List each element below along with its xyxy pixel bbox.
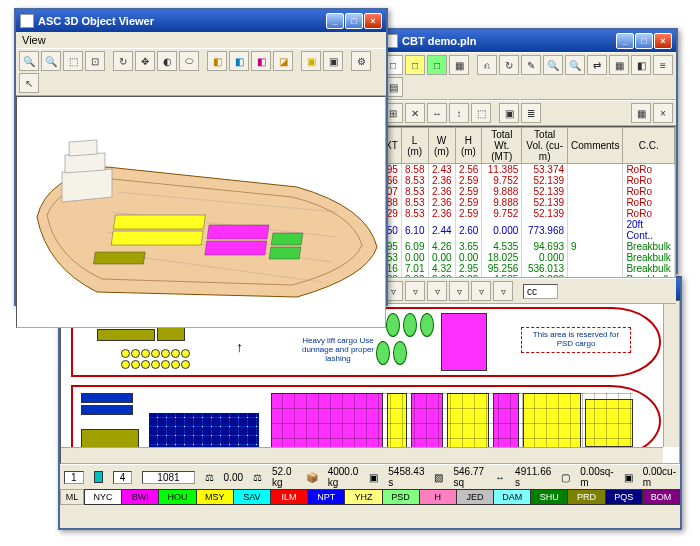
ml-label[interactable]: ML (60, 489, 84, 505)
close-button[interactable]: × (654, 33, 672, 49)
cube-icon[interactable]: ◧ (229, 51, 249, 71)
column-header[interactable]: C.C. (623, 128, 675, 164)
tool-icon[interactable]: ⬚ (471, 103, 491, 123)
table-row[interactable]: 506.102.442.600.000773.96820ft Cont.. (382, 219, 675, 241)
scrollbar-vertical[interactable] (663, 301, 679, 447)
filter-icon[interactable]: ▿ (427, 281, 447, 301)
port-tab[interactable]: PSD (383, 489, 420, 505)
menu-view[interactable]: View (22, 34, 46, 46)
zoom-in-icon[interactable]: 🔍 (19, 51, 39, 71)
status-value: 4000.0 kg (328, 466, 360, 488)
zoom-extent-icon[interactable]: ⊡ (85, 51, 105, 71)
maximize-button[interactable]: □ (345, 13, 363, 29)
pan-icon[interactable]: ✥ (135, 51, 155, 71)
arrow-icon[interactable]: ↕ (449, 103, 469, 123)
tool-icon[interactable]: ≣ (521, 103, 541, 123)
column-header[interactable]: Comments (568, 128, 623, 164)
table-row[interactable]: 298.532.362.599.75252.139RoRo (382, 208, 675, 219)
table-row[interactable]: 888.532.362.599.88852.139RoRo (382, 197, 675, 208)
table-row[interactable]: 078.532.362.599.88852.139RoRo (382, 186, 675, 197)
tool-icon[interactable]: □ (427, 55, 447, 75)
tool-icon[interactable]: ▦ (449, 55, 469, 75)
port-tab[interactable]: ILM (271, 489, 308, 505)
zoom-out-icon[interactable]: 🔍 (565, 55, 585, 75)
table-row[interactable]: 958.582.432.5611.38553.374RoRo (382, 164, 675, 176)
column-header[interactable]: Total Wt. (MT) (482, 128, 522, 164)
viewer-canvas[interactable] (16, 96, 386, 328)
tool-icon[interactable]: ✎ (521, 55, 541, 75)
minimize-button[interactable]: _ (616, 33, 634, 49)
port-tab[interactable]: BOM (643, 489, 680, 505)
filter-icon[interactable]: ▿ (471, 281, 491, 301)
column-header[interactable]: Total Vol. (cu-m) (522, 128, 568, 164)
zoom-in-icon[interactable]: 🔍 (543, 55, 563, 75)
port-tab[interactable]: BWI (122, 489, 159, 505)
shaded-icon[interactable]: ▣ (323, 51, 343, 71)
port-tab[interactable]: DAM (494, 489, 531, 505)
port-tab[interactable]: PRD (568, 489, 605, 505)
tool-icon[interactable]: □ (405, 55, 425, 75)
color-swatch (94, 471, 103, 483)
filter-icon[interactable]: ▿ (493, 281, 513, 301)
table-row[interactable]: 956.094.263.654.53594.6939Breakbulk (382, 241, 675, 252)
link-icon[interactable]: ⎌ (477, 55, 497, 75)
data-window: CBT demo.pln _ □ × □ □ □ ▦ ⎌ ↻ ✎ 🔍 🔍 ⇄ ▦… (378, 28, 678, 274)
filter-icon[interactable]: ▿ (405, 281, 425, 301)
maximize-button[interactable]: □ (635, 33, 653, 49)
status-value: 5458.43 s (388, 466, 424, 488)
cube-icon[interactable]: ◪ (273, 51, 293, 71)
pointer-icon[interactable]: ↖ (19, 73, 39, 93)
port-tab[interactable]: H (420, 489, 457, 505)
data-titlebar[interactable]: CBT demo.pln _ □ × (380, 30, 676, 52)
status-value: 546.77 sq (453, 466, 485, 488)
cube-icon[interactable]: ◧ (207, 51, 227, 71)
tool-icon[interactable]: ⇄ (587, 55, 607, 75)
column-header[interactable]: L (m) (401, 128, 428, 164)
arrow-icon[interactable]: ↔ (427, 103, 447, 123)
filter-cc[interactable]: cc (523, 284, 558, 299)
plan-statusbar: 1 4 1081 ⚖0.00 ⚖52.0 kg 📦4000.0 kg ▣5458… (60, 464, 680, 489)
refresh-icon[interactable]: ↻ (499, 55, 519, 75)
port-tab[interactable]: MSY (197, 489, 234, 505)
port-tab[interactable]: PQS (606, 489, 643, 505)
wireframe-icon[interactable]: ▣ (301, 51, 321, 71)
app-icon (20, 14, 34, 28)
close-button[interactable]: × (364, 13, 382, 29)
status-field[interactable]: 1081 (142, 471, 194, 484)
tool-icon[interactable]: ◐ (157, 51, 177, 71)
port-tab[interactable]: SAV (234, 489, 271, 505)
status-field: 4 (113, 471, 133, 484)
viewer-titlebar[interactable]: ASC 3D Object Viewer _ □ × (16, 10, 386, 32)
tool-icon[interactable]: ◧ (631, 55, 651, 75)
scrollbar-horizontal[interactable] (61, 447, 663, 463)
settings-icon[interactable]: ⚙ (351, 51, 371, 71)
port-tab[interactable]: NPT (308, 489, 345, 505)
table-row[interactable]: 668.532.362.599.75252.139RoRo (382, 175, 675, 186)
table-row[interactable]: 530.000.000.0018.0250.000Breakbulk (382, 252, 675, 263)
table-row[interactable]: 167.014.322.9595.256536.013Breakbulk (382, 263, 675, 274)
filter-icon[interactable]: ▿ (449, 281, 469, 301)
tool-icon[interactable]: ▣ (499, 103, 519, 123)
area-icon: ▣ (369, 472, 378, 483)
panel-close-button[interactable]: × (653, 103, 673, 123)
port-tab[interactable]: HOU (159, 489, 196, 505)
cube-icon[interactable]: ◧ (251, 51, 271, 71)
tool-icon[interactable]: ✕ (405, 103, 425, 123)
port-tab[interactable]: SHU (531, 489, 568, 505)
zoom-out-icon[interactable]: 🔍 (41, 51, 61, 71)
status-value: 0.00 (224, 472, 243, 483)
column-header[interactable]: W (m) (428, 128, 455, 164)
tool-icon[interactable]: ≡ (653, 55, 673, 75)
port-tab[interactable]: JED (457, 489, 494, 505)
minimize-button[interactable]: _ (326, 13, 344, 29)
volume-icon: ▣ (624, 472, 633, 483)
zoom-select-icon[interactable]: ⬚ (63, 51, 83, 71)
port-tab[interactable]: YHZ (345, 489, 382, 505)
grid-icon[interactable]: ▦ (631, 103, 651, 123)
rotate-icon[interactable]: ↻ (113, 51, 133, 71)
port-tab[interactable]: NYC (84, 489, 122, 505)
column-header[interactable]: H (m) (455, 128, 482, 164)
tool-icon[interactable]: ⬭ (179, 51, 199, 71)
svg-marker-2 (69, 140, 97, 156)
tool-icon[interactable]: ▦ (609, 55, 629, 75)
